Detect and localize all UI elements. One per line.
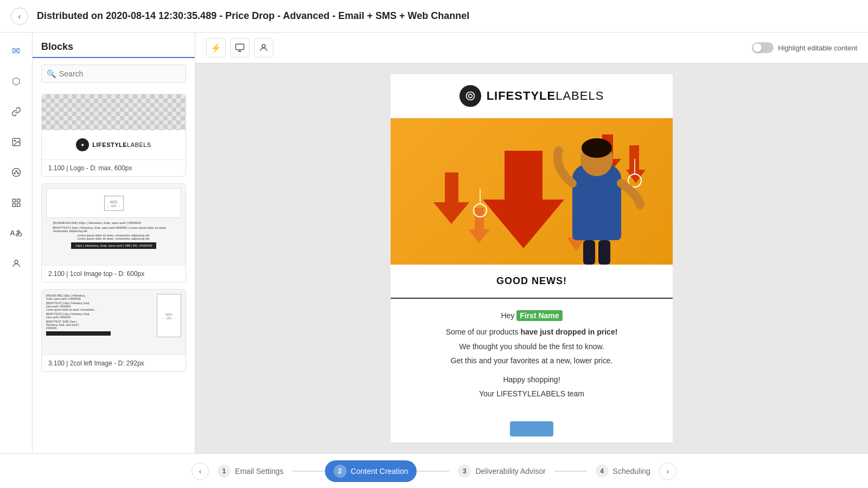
blocks-panel-title: Blocks (33, 33, 195, 58)
svg-point-3 (14, 172, 15, 174)
highlight-toggle-area: Highlight editable content (752, 42, 857, 53)
svg-point-30 (582, 138, 612, 158)
highlight-label: Highlight editable content (778, 44, 857, 52)
sidebar-item-image[interactable] (7, 132, 26, 152)
svg-rect-6 (12, 199, 15, 202)
svg-rect-32 (598, 240, 610, 265)
search-input[interactable] (41, 65, 186, 83)
email-hero-image (391, 118, 673, 265)
email-content: LIFESTYLELABELS (391, 74, 673, 442)
svg-point-1 (14, 140, 15, 141)
wizard-step-4[interactable]: 4 Scheduling (587, 460, 659, 482)
email-canvas: LIFESTYLELABELS (195, 63, 868, 453)
email-body-line3: Get this and your favorites at a new, lo… (407, 355, 656, 367)
step-2-label: Content Creation (351, 467, 409, 476)
svg-point-15 (466, 92, 474, 100)
highlight-toggle[interactable] (752, 42, 774, 53)
good-news-heading: GOOD NEWS! (401, 275, 662, 287)
page-title: Distributed on 2020-08-14 12:30:35.489 -… (37, 10, 469, 22)
first-name-badge: First Name (516, 310, 562, 321)
block-item-2col[interactable]: [HEADLINE] 18px | Helvetica,Arial, sans-… (41, 289, 186, 372)
header: ‹ Distributed on 2020-08-14 12:30:35.489… (0, 0, 868, 33)
step-connector-3 (554, 471, 587, 472)
wizard-step-3[interactable]: 3 Deliverability Advisor (449, 460, 554, 482)
email-logo-name: LIFESTYLELABELS (487, 89, 604, 103)
content-toolbar: ⚡ Highlight editable content (195, 33, 868, 63)
step-4-label: Scheduling (613, 467, 650, 476)
block1-label: 1.100 | Logo - D: max. 600px (42, 159, 186, 176)
back-button[interactable]: ‹ (11, 8, 28, 25)
logo-brand-text: LIFESTYLELABELS (92, 142, 151, 148)
main-area: ✉ ⬡ (0, 33, 868, 453)
svg-point-16 (468, 94, 472, 98)
block-item-1col[interactable]: w|o ← 888 → [SUBHEADLINE] 18px | Helveti… (41, 183, 186, 282)
email-body-line2: We thought you should be the first to kn… (407, 341, 656, 352)
email-logo-section: LIFESTYLELABELS (391, 74, 673, 118)
email-body-text: Hey First Name Some of our products have… (391, 299, 673, 413)
step-4-number: 4 (596, 465, 609, 478)
svg-rect-8 (12, 204, 15, 207)
search-icon: 🔍 (47, 69, 56, 78)
bottom-nav: ‹ 1 Email Settings 2 Content Creation 3 … (0, 453, 868, 488)
svg-point-2 (12, 169, 20, 177)
wizard-step-1[interactable]: 1 Email Settings (209, 460, 292, 482)
svg-marker-18 (433, 172, 469, 224)
svg-rect-28 (572, 175, 621, 240)
step-3-label: Deliverability Advisor (475, 467, 545, 476)
sidebar-item-palette[interactable] (7, 163, 26, 182)
email-greeting: Hey First Name (407, 310, 656, 322)
logo-circle-icon: ✦ (76, 138, 89, 151)
email-cta-area (391, 413, 673, 445)
block-preview-2col: [HEADLINE] 18px | Helvetica,Arial, sans-… (42, 290, 186, 355)
block-item-logo[interactable]: ✦ LIFESTYLELABELS 1.100 | Logo - D: max.… (41, 94, 186, 177)
icon-sidebar: ✉ ⬡ (0, 33, 33, 453)
step-2-number: 2 (334, 465, 347, 478)
person-button[interactable] (254, 38, 273, 57)
email-logo-circle (459, 85, 481, 107)
wizard-steps: 1 Email Settings 2 Content Creation 3 De… (209, 460, 659, 482)
svg-rect-7 (17, 199, 20, 202)
step-1-number: 1 (218, 465, 231, 478)
content-area: ⚡ Highlight editable content (195, 33, 868, 453)
step-connector-1 (292, 471, 325, 472)
block-preview-1col: w|o ← 888 → [SUBHEADLINE] 18px | Helveti… (42, 184, 186, 265)
block-preview-logo: ✦ LIFESTYLELABELS (42, 94, 186, 159)
svg-rect-9 (17, 204, 20, 207)
block3-label: 3.100 | 2col left Image - D: 292px (42, 355, 186, 371)
svg-rect-31 (583, 240, 595, 265)
lightning-button[interactable]: ⚡ (206, 38, 226, 57)
svg-point-5 (17, 172, 18, 174)
step-3-number: 3 (458, 465, 471, 478)
svg-point-10 (15, 260, 18, 264)
person-figure (542, 118, 651, 265)
svg-point-4 (15, 171, 16, 172)
sidebar-item-translate[interactable]: Aあ (7, 223, 26, 243)
blocks-list: ✦ LIFESTYLELABELS 1.100 | Logo - D: max.… (33, 89, 195, 453)
email-logo-brand: LIFESTYLELABELS (459, 85, 604, 107)
wizard-prev-button[interactable]: ‹ (192, 463, 209, 480)
sidebar-item-layout[interactable] (7, 193, 26, 213)
blocks-search-area: 🔍 (33, 58, 195, 89)
sidebar-item-email[interactable]: ✉ (7, 41, 26, 61)
email-happy-shopping: Happy shopping! (407, 374, 656, 386)
sidebar-item-person[interactable] (7, 254, 26, 273)
wizard-step-2[interactable]: 2 Content Creation (325, 460, 417, 482)
step-1-label: Email Settings (235, 467, 283, 476)
step-connector-2 (417, 471, 449, 472)
svg-rect-11 (236, 44, 244, 50)
cta-button[interactable] (510, 421, 553, 436)
block2-label: 2.100 | 1col Image top - D: 600px (42, 265, 186, 282)
blocks-panel: Blocks 🔍 ✦ LIFESTYLELABELS (33, 33, 195, 453)
email-good-news-section: GOOD NEWS! (391, 265, 673, 299)
wizard-next-button[interactable]: › (659, 463, 676, 480)
sidebar-item-link[interactable] (7, 102, 26, 121)
email-body-line1: Some of our products have just dropped i… (407, 326, 656, 338)
email-signature: Your LIFESTYLELABELS team (407, 388, 656, 400)
sidebar-item-hexagon[interactable]: ⬡ (7, 72, 26, 91)
svg-point-14 (262, 44, 265, 48)
desktop-button[interactable] (230, 38, 250, 57)
